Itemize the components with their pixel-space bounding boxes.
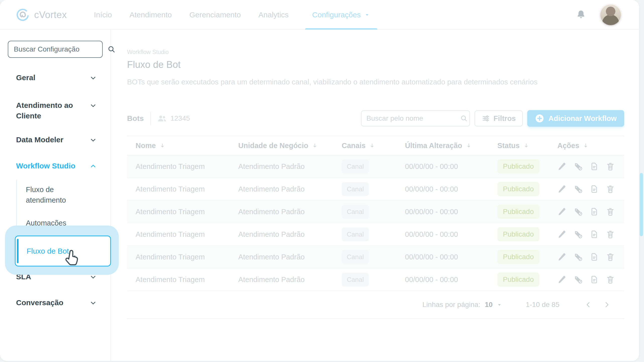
sort-arrow-icon: [312, 143, 318, 149]
column-header-unidade[interactable]: Unidade de Negócio: [238, 142, 340, 150]
table-row: Atendimento Triagem Atendimento Padrão C…: [127, 155, 624, 178]
brand: cVortex: [16, 0, 67, 30]
file-icon[interactable]: [590, 275, 599, 284]
sort-arrow-icon: [369, 143, 375, 149]
sort-arrow-icon: [523, 143, 529, 149]
column-header-ultima-alteracao[interactable]: Última Alteração: [405, 142, 497, 150]
sidebar-item-atendimento-ao-cliente[interactable]: Atendimento ao Cliente: [16, 100, 97, 121]
file-icon[interactable]: [590, 230, 599, 239]
cell-business-unit: Atendimento Padrão: [238, 185, 340, 193]
file-icon[interactable]: [590, 252, 599, 262]
cell-name: Atendimento Triagem: [127, 276, 238, 284]
tag-off-icon[interactable]: [573, 162, 583, 171]
file-icon[interactable]: [590, 184, 599, 194]
column-header-canais[interactable]: Canais: [340, 142, 405, 150]
channel-chip: Canal: [342, 205, 369, 219]
file-icon[interactable]: [590, 207, 599, 216]
trash-icon[interactable]: [606, 162, 615, 171]
sidebar-subitem-fluxo-de-bot[interactable]: Fluxo de Bot: [15, 236, 111, 266]
vertical-scrollbar-thumb[interactable]: [640, 173, 643, 236]
table-search-box: [361, 110, 470, 126]
next-page-button[interactable]: [601, 299, 613, 310]
edit-pencil-icon[interactable]: [557, 184, 567, 194]
tour-spotlight: Fluxo de Bot: [5, 225, 119, 275]
page-range: 1-10 de 85: [526, 301, 559, 309]
filters-button[interactable]: Filtros: [475, 110, 523, 126]
sidebar-subitem-fluxo-de-atendimento[interactable]: Fluxo de atendimento: [26, 184, 86, 205]
table-row: Atendimento Triagem Atendimento Padrão C…: [127, 268, 624, 291]
trash-icon[interactable]: [606, 275, 615, 284]
sliders-icon: [482, 114, 490, 123]
chevron-left-icon: [584, 300, 593, 309]
bots-count: 12345: [170, 114, 190, 122]
bell-icon[interactable]: [575, 9, 587, 21]
main-content: Workflow Studio Fluxo de Bot BOTs que se…: [111, 30, 639, 361]
cell-business-unit: Atendimento Padrão: [238, 162, 340, 171]
edit-pencil-icon[interactable]: [557, 252, 567, 262]
table-search-input[interactable]: [362, 114, 460, 122]
edit-pencil-icon[interactable]: [557, 207, 567, 216]
trash-icon[interactable]: [606, 252, 615, 262]
channel-chip: Canal: [342, 182, 369, 196]
table-pagination: Linhas por página: 10 1-10 de 85: [127, 291, 624, 319]
edit-pencil-icon[interactable]: [557, 162, 567, 171]
chevron-up-icon: [89, 162, 97, 170]
cvortex-logo-icon: [16, 8, 30, 22]
main-navigation: Início Atendimento Gerenciamento Analyti…: [93, 0, 377, 30]
chevron-right-icon: [603, 300, 611, 309]
file-icon[interactable]: [590, 162, 599, 171]
trash-icon[interactable]: [606, 207, 615, 216]
sidebar-item-conversacao[interactable]: Conversação: [16, 297, 97, 308]
nav-item-atendimento[interactable]: Atendimento: [129, 0, 173, 30]
sort-arrow-icon: [583, 143, 589, 149]
nav-item-analytics[interactable]: Analytics: [257, 0, 289, 30]
header-right: [575, 0, 621, 30]
top-nav-bar: cVortex Início Atendimento Gerenciamento…: [0, 0, 639, 30]
sidebar-search-input[interactable]: [8, 45, 107, 53]
table-body: Atendimento Triagem Atendimento Padrão C…: [127, 155, 624, 291]
trash-icon[interactable]: [606, 230, 615, 239]
sort-arrow-icon: [466, 143, 472, 149]
nav-item-configuracoes[interactable]: Configurações: [305, 0, 377, 30]
search-icon: [460, 114, 468, 123]
people-icon: [157, 113, 167, 123]
edit-pencil-icon[interactable]: [557, 230, 567, 239]
cell-last-change: 00/00/00 - 00:00: [405, 185, 497, 193]
tag-off-icon[interactable]: [573, 207, 583, 216]
cell-last-change: 00/00/00 - 00:00: [405, 208, 497, 216]
sidebar-item-workflow-studio[interactable]: Workflow Studio: [16, 161, 97, 171]
edit-pencil-icon[interactable]: [557, 275, 567, 284]
nav-item-inicio[interactable]: Início: [93, 0, 113, 30]
chevron-down-icon: [89, 136, 97, 144]
rows-per-page-select[interactable]: [496, 301, 503, 308]
trash-icon[interactable]: [606, 184, 615, 194]
hand-pointer-cursor-icon: [63, 249, 81, 267]
app-window: cVortex Início Atendimento Gerenciamento…: [0, 0, 639, 361]
cell-last-change: 00/00/00 - 00:00: [405, 162, 497, 171]
channel-chip: Canal: [342, 228, 369, 241]
chevron-down-icon: [89, 299, 97, 307]
add-workflow-button[interactable]: Adicionar Workflow: [527, 110, 624, 127]
sidebar-search-box: [8, 41, 103, 58]
sidebar-item-data-modeler[interactable]: Data Modeler: [16, 134, 97, 145]
sidebar-item-geral[interactable]: Geral: [16, 72, 97, 83]
nav-item-gerenciamento[interactable]: Gerenciamento: [188, 0, 242, 30]
column-header-acoes[interactable]: Ações: [557, 142, 624, 150]
cell-name: Atendimento Triagem: [127, 185, 238, 193]
table-row: Atendimento Triagem Atendimento Padrão C…: [127, 178, 624, 201]
table-row: Atendimento Triagem Atendimento Padrão C…: [127, 223, 624, 246]
cell-name: Atendimento Triagem: [127, 208, 238, 216]
tag-off-icon[interactable]: [573, 275, 583, 284]
cell-last-change: 00/00/00 - 00:00: [405, 230, 497, 239]
status-badge: Publicado: [497, 250, 539, 264]
column-header-nome[interactable]: Nome: [127, 142, 238, 150]
tag-off-icon[interactable]: [573, 252, 583, 262]
cell-last-change: 00/00/00 - 00:00: [405, 253, 497, 261]
cell-business-unit: Atendimento Padrão: [238, 276, 340, 284]
tag-off-icon[interactable]: [573, 184, 583, 194]
previous-page-button[interactable]: [582, 299, 594, 310]
status-badge: Publicado: [497, 182, 539, 196]
tag-off-icon[interactable]: [573, 230, 583, 239]
column-header-status[interactable]: Status: [497, 142, 557, 150]
user-avatar[interactable]: [600, 4, 621, 26]
